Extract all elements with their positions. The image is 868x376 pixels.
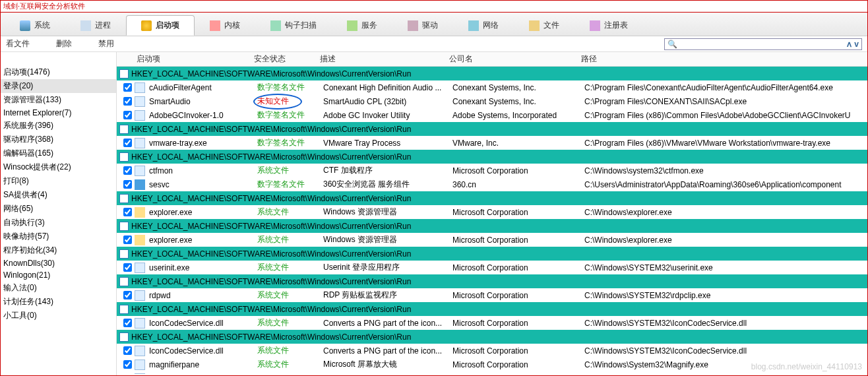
table-row[interactable]: Narrator系统文件Screen ReaderMicrosoft Corpo…	[117, 371, 867, 374]
search-input[interactable]	[677, 40, 847, 49]
group-header[interactable]: HKEY_LOCAL_MACHINE\SOFTWARE\Microsoft\Wi…	[117, 67, 867, 80]
row-status: 系统文件	[257, 290, 323, 301]
table-row[interactable]: cAudioFilterAgent数字签名文件Conexant High Def…	[117, 80, 867, 94]
sidebar-item[interactable]: 计划任务(143)	[1, 295, 116, 309]
tab-系统[interactable]: 系统	[5, 15, 65, 36]
sidebar-item[interactable]: 输入法(0)	[1, 281, 116, 295]
sidebar-item[interactable]: 资源管理器(133)	[1, 93, 116, 107]
table-header: 启动项 安全状态 描述 公司名 路径	[117, 52, 867, 67]
tab-文件[interactable]: 文件	[514, 15, 574, 36]
row-company: Microsoft Corporation	[452, 374, 584, 375]
tab-内核[interactable]: 内核	[195, 15, 255, 36]
ic-sys-icon	[20, 20, 30, 31]
group-header[interactable]: HKEY_LOCAL_MACHINE\SOFTWARE\Microsoft\Wi…	[117, 191, 867, 205]
search-box[interactable]: 🔍 ʌ v	[664, 38, 862, 50]
sidebar-item[interactable]: 驱动程序(368)	[1, 133, 116, 146]
table-row[interactable]: SmartAudio未知文件SmartAudio CPL (32bit)Cone…	[117, 94, 867, 108]
row-name: explorer.exe	[149, 208, 257, 217]
row-name: magnifierpane	[149, 360, 257, 369]
next-match-icon[interactable]: v	[854, 40, 859, 49]
row-company: 360.cn	[452, 180, 584, 189]
tab-启动项[interactable]: 启动项	[126, 15, 195, 36]
table-row[interactable]: ctfmon系统文件CTF 加载程序Microsoft CorporationC…	[117, 164, 867, 177]
tab-服务[interactable]: 服务	[332, 15, 392, 36]
registry-icon	[119, 125, 129, 134]
row-company: Adobe Systems, Incorporated	[452, 111, 584, 120]
row-checkbox[interactable]	[123, 235, 132, 244]
table-row[interactable]: rdpwd系统文件RDP 剪贴板监视程序Microsoft Corporatio…	[117, 288, 867, 302]
table-row[interactable]: AdobeGCInvoker-1.0数字签名文件Adobe GC Invoker…	[117, 108, 867, 122]
tab-钩子扫描[interactable]: 钩子扫描	[255, 15, 332, 36]
row-checkbox[interactable]	[123, 346, 132, 355]
sidebar-item[interactable]: 程序初始化(34)	[1, 243, 116, 257]
row-path: C:\Program Files (x86)\Common Files\Adob…	[584, 111, 867, 120]
prev-match-icon[interactable]: ʌ	[847, 40, 852, 49]
app-icon	[135, 166, 145, 176]
ic-serv-icon	[347, 20, 357, 31]
tab-网络[interactable]: 网络	[453, 15, 514, 36]
group-header[interactable]: HKEY_LOCAL_MACHINE\SOFTWARE\Microsoft\Wi…	[117, 219, 867, 233]
row-checkbox[interactable]	[123, 111, 132, 119]
table-row[interactable]: IconCodecService.dll系统文件Converts a PNG p…	[117, 344, 867, 358]
col-desc[interactable]: 描述	[315, 53, 444, 65]
table-row[interactable]: IconCodecService.dll系统文件Converts a PNG p…	[117, 316, 867, 330]
sidebar-item[interactable]: 小工具(0)	[1, 309, 116, 323]
sidebar-item[interactable]: 登录(20)	[1, 79, 116, 93]
registry-icon	[119, 69, 129, 78]
table-row[interactable]: userinit.exe系统文件Userinit 登录应用程序Microsoft…	[117, 261, 867, 274]
col-name[interactable]: 启动项	[117, 53, 249, 65]
group-header[interactable]: HKEY_LOCAL_MACHINE\SOFTWARE\Microsoft\Wi…	[117, 330, 867, 344]
group-header[interactable]: HKEY_LOCAL_MACHINE\SOFTWARE\Microsoft\Wi…	[117, 247, 867, 261]
sidebar-item[interactable]: 打印(8)	[1, 174, 116, 188]
disable-button[interactable]: 禁用	[98, 38, 114, 49]
sidebar-item[interactable]: 系统服务(396)	[1, 119, 116, 133]
tab-注册表[interactable]: 注册表	[574, 15, 643, 36]
group-header[interactable]: HKEY_LOCAL_MACHINE\SOFTWARE\Microsoft\Wi…	[117, 122, 867, 136]
tab-进程[interactable]: 进程	[65, 15, 126, 36]
row-desc: CTF 加载程序	[323, 165, 452, 176]
table-row[interactable]: vmware-tray.exe数字签名文件VMware Tray Process…	[117, 136, 867, 150]
row-checkbox[interactable]	[123, 263, 132, 272]
row-desc: Windows 资源管理器	[323, 234, 452, 245]
table-row[interactable]: explorer.exe系统文件Windows 资源管理器Microsoft C…	[117, 205, 867, 219]
row-checkbox[interactable]	[123, 97, 132, 106]
sidebar-item[interactable]: Internet Explorer(7)	[1, 107, 116, 119]
row-status: 系统文件	[257, 165, 323, 176]
table-row[interactable]: sesvc数字签名文件360安全浏览器 服务组件360.cnC:\Users\A…	[117, 177, 867, 191]
row-name: SmartAudio	[149, 97, 257, 106]
row-path: C:\Program Files\Conexant\cAudioFilterAg…	[584, 83, 867, 92]
sidebar-item[interactable]: SA提供者(4)	[1, 188, 116, 202]
row-checkbox[interactable]	[123, 319, 132, 327]
sidebar-item[interactable]: 映像劫持(57)	[1, 230, 116, 243]
sidebar-item[interactable]: 启动项(1476)	[1, 65, 116, 79]
col-status[interactable]: 安全状态	[249, 53, 315, 65]
view-file-button[interactable]: 看文件	[6, 38, 30, 49]
tab-驱动[interactable]: 驱动	[392, 15, 453, 36]
col-path[interactable]: 路径	[576, 53, 867, 65]
group-header[interactable]: HKEY_LOCAL_MACHINE\SOFTWARE\Microsoft\Wi…	[117, 302, 867, 316]
window-title: 域剑·互联网安全分析软件	[1, 1, 867, 13]
app-icon	[135, 360, 145, 370]
row-company: Microsoft Corporation	[452, 263, 584, 272]
row-checkbox[interactable]	[123, 291, 132, 299]
app-icon	[135, 207, 145, 218]
sidebar-item[interactable]: 编解码器(165)	[1, 146, 116, 160]
row-company: VMware, Inc.	[452, 139, 584, 148]
group-header[interactable]: HKEY_LOCAL_MACHINE\SOFTWARE\Microsoft\Wi…	[117, 150, 867, 164]
row-checkbox[interactable]	[123, 360, 132, 369]
sidebar-item[interactable]: 自动执行(3)	[1, 216, 116, 230]
delete-button[interactable]: 删除	[56, 38, 72, 49]
group-header[interactable]: HKEY_LOCAL_MACHINE\SOFTWARE\Microsoft\Wi…	[117, 274, 867, 288]
col-company[interactable]: 公司名	[444, 53, 576, 65]
table-row[interactable]: magnifierpane系统文件Microsoft 屏幕放大镜Microsof…	[117, 358, 867, 371]
row-checkbox[interactable]	[123, 180, 132, 189]
table-row[interactable]: explorer.exe系统文件Windows 资源管理器Microsoft C…	[117, 233, 867, 247]
sidebar-item[interactable]: Winsock提供者(22)	[1, 160, 116, 174]
row-checkbox[interactable]	[123, 139, 132, 147]
row-checkbox[interactable]	[123, 208, 132, 216]
row-checkbox[interactable]	[123, 83, 132, 92]
sidebar-item[interactable]: KnownDlls(30)	[1, 257, 116, 269]
row-checkbox[interactable]	[123, 166, 132, 175]
sidebar-item[interactable]: Winlogon(21)	[1, 269, 116, 281]
sidebar-item[interactable]: 网络(65)	[1, 202, 116, 216]
